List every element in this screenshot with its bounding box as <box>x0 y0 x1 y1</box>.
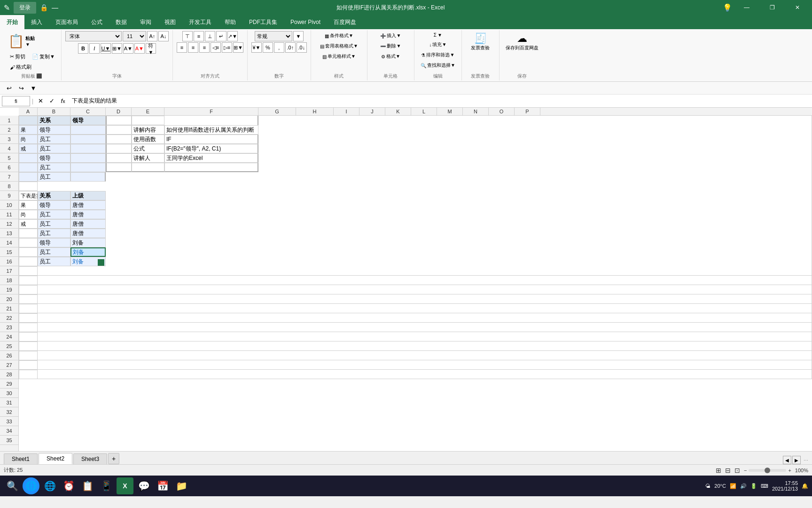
row-num-6[interactable]: 6 <box>0 163 18 172</box>
underline-button[interactable]: U▼ <box>101 43 111 54</box>
cell-c14[interactable]: 刘备 <box>70 238 106 247</box>
row-num-4[interactable]: 4 <box>0 144 18 153</box>
increase-indent-button[interactable]: ▷≡ <box>222 42 232 53</box>
number-format-dropdown[interactable]: ▼ <box>293 31 304 41</box>
col-header-m[interactable]: M <box>437 108 463 115</box>
cell-d3[interactable] <box>106 135 132 144</box>
cell-e5[interactable]: 讲解人 <box>132 153 164 163</box>
col-header-i[interactable]: I <box>334 108 359 115</box>
cell-f3[interactable]: IF <box>164 135 258 144</box>
cell-b3[interactable]: 员工 <box>38 135 70 144</box>
border-button[interactable]: ⊞▼ <box>112 43 122 54</box>
row-num-29[interactable]: 29 <box>0 379 18 389</box>
cell-rest-7[interactable] <box>106 172 812 182</box>
name-box[interactable] <box>2 96 30 106</box>
cell-f2[interactable]: 如何使用If函数进行从属关系的判断 <box>164 125 258 135</box>
row-num-32[interactable]: 32 <box>0 407 18 417</box>
cell-c13[interactable]: 唐僧 <box>70 229 106 238</box>
row-num-3[interactable]: 3 <box>0 135 18 144</box>
taskbar-files-icon[interactable]: 📁 <box>173 477 190 494</box>
wrap-text-button[interactable]: ↵ <box>216 31 226 41</box>
insert-function-button[interactable]: fx <box>58 96 68 106</box>
cell-c9[interactable]: 上级 <box>70 191 106 200</box>
cancel-formula-button[interactable]: ✕ <box>35 96 46 106</box>
align-top-button[interactable]: ⊤ <box>182 31 193 41</box>
cell-rest-10[interactable] <box>106 200 812 210</box>
decrease-font-button[interactable]: A↓ <box>158 31 169 41</box>
cell-rest-16[interactable] <box>106 257 812 266</box>
tab-insert[interactable]: 插入 <box>24 15 49 29</box>
align-center-button[interactable]: ≡ <box>188 42 198 53</box>
cell-b7[interactable]: 员工 <box>38 172 70 182</box>
cell-c3[interactable] <box>70 135 106 144</box>
formula-input[interactable]: 下表是实现的结果 <box>70 96 810 106</box>
row-num-20[interactable]: 20 <box>0 294 18 304</box>
cell-b14[interactable]: 领导 <box>38 238 70 247</box>
taskbar-clock-app-icon[interactable]: ⏰ <box>60 477 77 494</box>
cell-a3[interactable]: 尚 <box>19 135 38 144</box>
sheet-tab-3[interactable]: Sheet3 <box>73 453 107 464</box>
font-color-button[interactable]: A▼ <box>134 43 145 54</box>
taskbar-notes-icon[interactable]: 📋 <box>79 477 96 494</box>
decrease-decimal-button[interactable]: .0↓ <box>297 42 307 53</box>
col-header-e[interactable]: E <box>132 108 164 115</box>
format-cell-button[interactable]: ⚙格式▼ <box>379 52 403 61</box>
cell-d2[interactable] <box>106 125 132 135</box>
cell-f5[interactable]: 王同学的Excel <box>164 153 258 163</box>
cell-a2[interactable]: 果 <box>19 125 38 135</box>
comma-button[interactable]: , <box>274 42 284 53</box>
tab-data[interactable]: 数据 <box>109 15 133 29</box>
row-num-12[interactable]: 12 <box>0 219 18 229</box>
cell-a4[interactable]: 戒 <box>19 144 38 153</box>
delete-cell-button[interactable]: ➖删除▼ <box>378 41 403 51</box>
row-num-27[interactable]: 27 <box>0 360 18 370</box>
row-num-16[interactable]: 16 <box>0 257 18 266</box>
cell-rest-8[interactable] <box>38 182 812 191</box>
row-num-33[interactable]: 33 <box>0 417 18 426</box>
row-num-8[interactable]: 8 <box>0 182 18 191</box>
cell-d6[interactable] <box>106 163 132 172</box>
col-header-g[interactable]: G <box>258 108 296 115</box>
row-num-19[interactable]: 19 <box>0 285 18 294</box>
tab-formula[interactable]: 公式 <box>85 15 109 29</box>
fill-button[interactable]: ↓填充▼ <box>427 40 449 49</box>
cell-a16[interactable] <box>19 257 38 266</box>
find-replace-button[interactable]: 🔍查找和选择▼ <box>418 61 458 70</box>
scroll-tabs-right-button[interactable]: ▶ <box>792 456 801 464</box>
cell-a14[interactable] <box>19 238 38 247</box>
cell-a1[interactable] <box>19 116 38 125</box>
col-header-o[interactable]: O <box>489 108 515 115</box>
cell-d1[interactable] <box>106 116 132 125</box>
cell-c5[interactable] <box>70 153 106 163</box>
cell-c1[interactable]: 领导 <box>70 116 106 125</box>
cell-b11[interactable]: 员工 <box>38 210 70 219</box>
view-normal-button[interactable]: ⊞ <box>716 467 721 474</box>
col-header-n[interactable]: N <box>463 108 489 115</box>
col-header-f[interactable]: F <box>164 108 258 115</box>
taskbar-browser-icon[interactable]: 🌐 <box>23 477 39 494</box>
cell-b13[interactable]: 员工 <box>38 229 70 238</box>
col-header-c[interactable]: C <box>70 108 106 115</box>
cell-c2[interactable] <box>70 125 106 135</box>
row-num-23[interactable]: 23 <box>0 323 18 332</box>
restore-button[interactable]: ❐ <box>761 0 783 15</box>
cell-f6[interactable] <box>164 163 258 172</box>
tab-review[interactable]: 审阅 <box>133 15 158 29</box>
row-num-26[interactable]: 26 <box>0 351 18 360</box>
cell-d5[interactable] <box>106 153 132 163</box>
cell-rest-12[interactable] <box>106 219 812 229</box>
sum-button[interactable]: Σ▼ <box>431 31 445 39</box>
col-header-j[interactable]: J <box>359 108 385 115</box>
quick-access-more-button[interactable]: ▼ <box>28 83 39 93</box>
cell-c15[interactable]: 刘备 <box>70 247 106 257</box>
row-num-22[interactable]: 22 <box>0 313 18 323</box>
row-num-14[interactable]: 14 <box>0 238 18 247</box>
special-char-button[interactable]: 符▼ <box>146 43 156 54</box>
cell-rest-5[interactable] <box>258 153 812 163</box>
tabs-more-button[interactable]: ⋯ <box>802 458 810 463</box>
cell-a15[interactable] <box>19 247 38 257</box>
row-num-11[interactable]: 11 <box>0 210 18 219</box>
cell-a12[interactable]: 戒 <box>19 219 38 229</box>
add-sheet-button[interactable]: + <box>108 453 119 464</box>
cell-a6[interactable] <box>19 163 38 172</box>
